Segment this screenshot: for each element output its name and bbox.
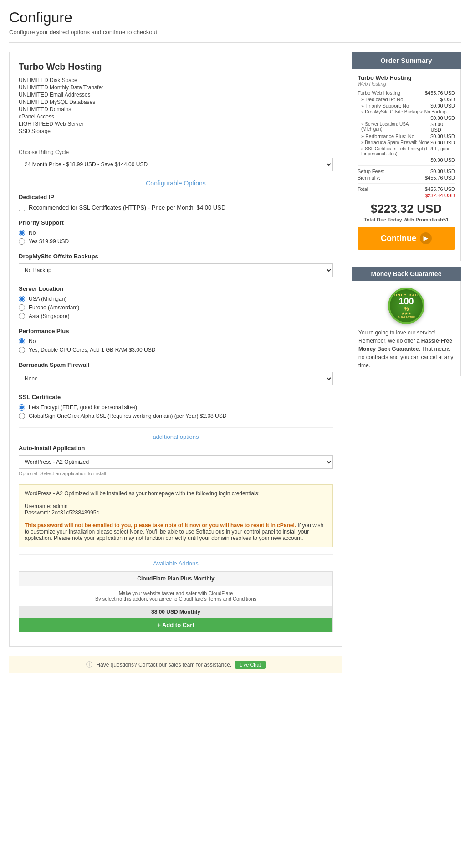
ssl-globalsign-radio[interactable] [19,413,25,419]
server-asia-row: Asia (Singapore) [19,313,333,319]
feature-list: UNLIMITED Disk Space UNLIMITED Monthly D… [19,77,333,135]
ssl-letsencrypt-label: Lets Encrypt (FREE, good for personal si… [29,404,137,411]
ssl-label: SSL Certificate [19,394,333,401]
feature-item: UNLIMITED Disk Space [19,77,333,84]
summary-perf-label: » Performance Plus: No [361,134,414,139]
badge-guarantee-text: GUARANTEE [398,316,415,318]
cloudflare-addon-body: Make your website faster and safer with … [19,586,332,606]
summary-row-ssl-price: $0.00 USD [358,157,455,163]
auto-install-group: Auto-Install Application WordPress - A2 … [19,445,333,476]
server-location-label: Server Location [19,285,333,292]
priority-no-radio[interactable] [19,230,25,236]
dedicated-ip-checkbox-row: Recommended for SSL Certificates (HTTPS)… [19,204,333,211]
order-summary-header: Order Summary [352,52,461,69]
ssl-group: SSL Certificate Lets Encrypt (FREE, good… [19,394,333,419]
priority-yes-label: Yes $19.99 USD [29,238,69,245]
dedicated-ip-checkbox[interactable] [19,205,25,211]
feature-item: SSD Storage [19,128,333,135]
perf-no-row: No [19,338,333,344]
feature-item: UNLIMITED Email Addresses [19,91,333,98]
summary-perf-value: $0.00 USD [430,134,455,139]
cloudflare-price: $8.00 USD Monthly [19,606,332,618]
summary-ssl-label: » SSL Certificate: Lets Encrypt (FREE, g… [361,146,455,156]
server-usa-label: USA (Michigan) [29,296,66,302]
summary-dedicated-value: $ USD [440,97,455,102]
summary-setup-value: $0.00 USD [430,169,455,174]
server-europe-radio[interactable] [19,304,25,311]
right-column: Order Summary Turbo Web Hosting Web Host… [352,52,461,673]
billing-cycle-label: Choose Billing Cycle [19,149,333,155]
live-chat-button[interactable]: Live Chat [235,661,265,669]
billing-cycle-group: Choose Billing Cycle 24 Month Price - $1… [19,149,333,171]
wp-warning: This password will not be emailed to you… [25,522,327,541]
summary-server-label: » Server Location: USA (Michigan) [361,122,431,133]
badge-bottom-text: ★★★ [402,312,411,316]
ssl-letsencrypt-radio[interactable] [19,404,25,411]
summary-setup-label: Setup Fees: [358,169,384,174]
server-location-group: Server Location USA (Michigan) Europe (A… [19,285,333,319]
order-summary-body: Turbo Web Hosting Web Hosting Turbo Web … [352,69,461,261]
perf-no-label: No [29,338,36,344]
server-usa-radio[interactable] [19,296,25,302]
server-usa-row: USA (Michigan) [19,296,333,302]
dropmysite-group: DropMySite Offsite Backups No Backup Bas… [19,253,333,277]
summary-hosting-value: $455.76 USD [425,90,455,96]
wp-password: Password: 2cc31c528843995c [25,509,327,516]
summary-row-total: Total $455.76 USD [358,186,455,192]
perf-yes-label: Yes, Double CPU Cores, Add 1 GB RAM $3.0… [29,347,155,353]
summary-row-barracuda: » Barracuda Spam Firewall: None $0.00 US… [358,140,455,145]
config-panel: Turbo Web Hosting UNLIMITED Disk Space U… [9,52,342,647]
server-asia-radio[interactable] [19,313,25,319]
summary-total-label: Total [358,186,368,192]
big-price: $223.32 USD [358,202,455,216]
summary-server-value: $0.00 USD [431,122,455,133]
summary-row-biennially: Biennially: $455.76 USD [358,175,455,180]
continue-button[interactable]: Continue ► [358,227,455,250]
feature-item: UNLIMITED Domains [19,106,333,113]
summary-product-title: Turbo Web Hosting [358,74,455,81]
priority-support-group: Priority Support No Yes $19.99 USD [19,219,333,245]
summary-row-setup: Setup Fees: $0.00 USD [358,169,455,174]
cloudflare-terms: By selecting this addon, you agree to Cl… [25,596,327,601]
billing-cycle-select[interactable]: 24 Month Price - $18.99 USD - Save $144.… [19,158,333,171]
summary-row-dedicated: » Dedicated IP: No $ USD [358,97,455,102]
auto-install-select[interactable]: WordPress - A2 Optimized None Joomla Dru… [19,455,333,469]
continue-label: Continue [381,234,416,243]
summary-divider [358,165,455,166]
summary-barracuda-label: » Barracuda Spam Firewall: None [361,140,429,145]
barracuda-select[interactable]: None Basic Advanced [19,372,333,385]
summary-row-hosting: Turbo Web Hosting $455.76 USD [358,90,455,96]
money-back-title: Money Back Guarantee [358,270,455,277]
priority-no-label: No [29,230,36,236]
dropmysite-select[interactable]: No Backup Basic Advanced Premium [19,263,333,277]
server-europe-row: Europe (Amsterdam) [19,304,333,311]
feature-item: UNLIMITED MySQL Databases [19,98,333,106]
cloudflare-add-to-cart-button[interactable]: + Add to Cart [19,618,332,632]
barracuda-label: Barracuda Spam Firewall [19,361,333,368]
priority-support-label: Priority Support [19,219,333,226]
money-back-header: Money Back Guarantee [352,267,461,281]
summary-row-perf: » Performance Plus: No $0.00 USD [358,134,455,139]
priority-no-row: No [19,230,333,236]
ssl-globalsign-label: GlobalSign OneClick Alpha SSL (Requires … [29,413,226,419]
continue-arrow-icon: ► [420,232,432,244]
product-title: Turbo Web Hosting [19,62,333,72]
money-back-body: MONEY BACK 100 % ★★★ GUARANTEE You're go… [352,281,461,376]
server-asia-label: Asia (Singapore) [29,313,69,319]
perf-no-radio[interactable] [19,338,25,344]
dedicated-ip-checkbox-label: Recommended for SSL Certificates (HTTPS)… [29,204,225,211]
page-subtitle: Configure your desired options and conti… [9,29,461,43]
perf-yes-radio[interactable] [19,347,25,353]
wp-username: Username: admin [25,503,327,509]
footer-help-text: Have questions? Contact our sales team f… [96,662,231,668]
summary-row-priority: » Priority Support: No $0.00 USD [358,103,455,108]
order-summary-title: Order Summary [358,56,455,64]
summary-row-dropmysite: » DropMySite Offsite Backups: No Backup [358,109,455,114]
feature-item: cPanel Access [19,113,333,120]
badge-percent: % [404,306,409,312]
guarantee-badge: MONEY BACK 100 % ★★★ GUARANTEE [388,288,424,324]
summary-dropmysite-price-value: $0.00 USD [430,115,455,121]
priority-yes-radio[interactable] [19,238,25,245]
summary-row-discount: -$232.44 USD [358,193,455,198]
wordpress-info-box: WordPress - A2 Optimized will be install… [19,484,333,547]
